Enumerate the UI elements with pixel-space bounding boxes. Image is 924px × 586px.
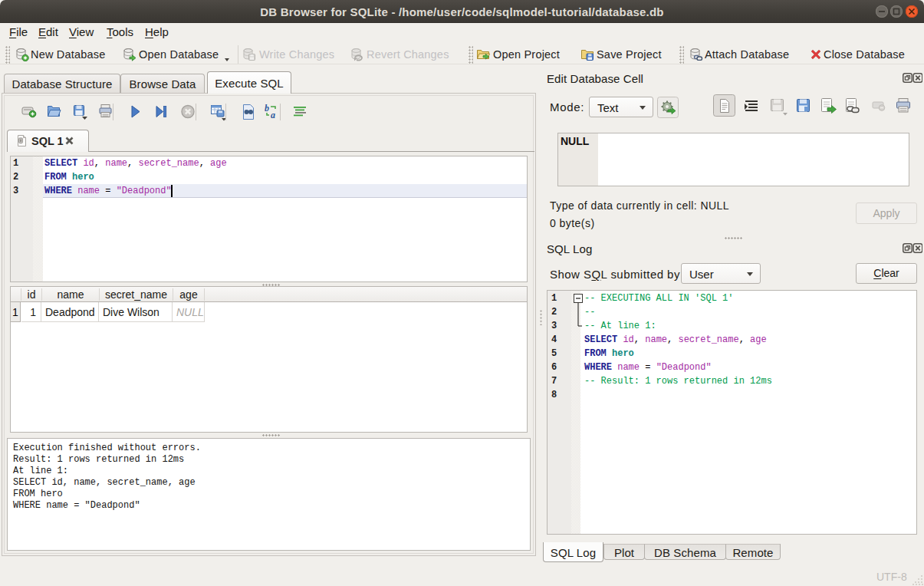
svg-text:a: a (271, 110, 275, 120)
svg-text:b: b (265, 103, 269, 114)
